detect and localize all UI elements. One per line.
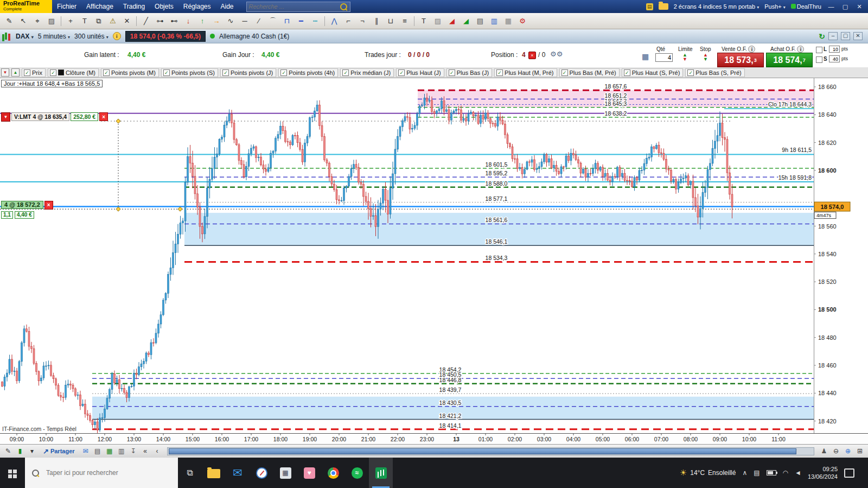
segment-icon[interactable]: ⊶ xyxy=(154,15,167,28)
chart-style-icon[interactable]: ▮ xyxy=(14,446,26,457)
rectangle-zone-icon[interactable]: ⊔ xyxy=(384,15,397,28)
indicator-toggle-plus-bas-s-pr-[interactable]: ✓Plus Bas (S, Pré) xyxy=(685,68,744,77)
taskbar-search[interactable] xyxy=(25,458,178,488)
polyline-up-icon[interactable]: ⌐ xyxy=(342,15,355,28)
grid-small-icon[interactable]: ▦ xyxy=(502,15,515,28)
buy-info-icon[interactable]: i xyxy=(797,46,804,53)
qty-input[interactable] xyxy=(655,53,673,62)
chrome-icon[interactable] xyxy=(321,458,345,488)
oblique-line-icon[interactable]: ∕ xyxy=(252,15,265,28)
position-settings-gear-icon[interactable]: ⚙⚙ xyxy=(550,50,563,58)
indicator-toggle-plus-haut-j-[interactable]: ✓Plus Haut (J) xyxy=(396,68,444,77)
taskbar-search-input[interactable] xyxy=(45,468,174,477)
hatch-zone-icon[interactable]: ▨ xyxy=(431,15,444,28)
ray-icon[interactable]: ⊷ xyxy=(168,15,181,28)
menu-affichage[interactable]: Affichage xyxy=(81,0,118,13)
apps-icon[interactable]: ▤ xyxy=(646,3,653,10)
price-down-arrow-icon[interactable]: ▼ xyxy=(1,68,9,77)
menu-fichier[interactable]: Fichier xyxy=(52,0,81,13)
buy-zone-icon[interactable]: ◢ xyxy=(459,15,473,28)
indicator-toggle-plus-haut-m-pr-[interactable]: ✓Plus Haut (M, Pré) xyxy=(494,68,557,77)
tray-chevron-icon[interactable]: ∧ xyxy=(742,469,747,477)
arrow-down-icon[interactable]: ↓ xyxy=(182,15,195,28)
drawing-mode-icon[interactable]: ✎ xyxy=(2,446,14,457)
chart-style-dropdown-icon[interactable]: ▾ xyxy=(26,446,38,457)
text-tool-icon[interactable]: T xyxy=(78,15,91,28)
units-selector[interactable]: 300 unités ▾ xyxy=(74,33,108,40)
rows-icon[interactable]: ▤ xyxy=(474,15,487,28)
start-button[interactable] xyxy=(0,458,25,488)
indicator-toggle-points-pivots-j-[interactable]: ✓Points pivots (J) xyxy=(220,68,276,77)
taskbar-clock[interactable]: 09:25 13/06/2024 xyxy=(808,465,838,480)
arc-icon[interactable]: ⌒ xyxy=(266,15,279,28)
chart-canvas[interactable]: 18 657,618 651,218 647,318 645,318 638,2… xyxy=(0,78,868,444)
zoom-out-icon[interactable]: ⊖ xyxy=(830,446,842,457)
notification-center-icon[interactable] xyxy=(844,468,854,478)
browser-icon[interactable] xyxy=(250,458,273,488)
indicator-toggle-cl-ture-m-[interactable]: ✓Clôture (M) xyxy=(48,68,99,77)
channel-icon[interactable]: ∥ xyxy=(370,15,383,28)
qty-calculator-icon[interactable]: ▦ xyxy=(642,52,649,61)
stop-order-icon[interactable]: ▲▼ xyxy=(703,53,708,61)
dealthru-button[interactable]: DealThru xyxy=(791,3,821,10)
folder-icon[interactable] xyxy=(202,458,226,488)
move-tool-icon[interactable]: + xyxy=(64,15,77,28)
trading-settings-gear-icon[interactable]: ⚙ xyxy=(516,15,529,28)
weather-widget[interactable]: ☀ 14°C Ensoleillé xyxy=(680,468,736,478)
close-icon[interactable]: ✕ xyxy=(855,3,864,10)
horizontal-scrollbar[interactable] xyxy=(167,447,814,455)
alert-bell-icon[interactable]: ⚠ xyxy=(106,15,119,28)
scrollbar-thumb[interactable] xyxy=(169,448,797,454)
duplicate-icon[interactable]: ⧉ xyxy=(92,15,105,28)
panel-maximize-icon[interactable]: ▢ xyxy=(841,32,850,40)
realtime-sync-icon[interactable]: ↻ xyxy=(819,32,825,41)
photos-icon[interactable]: ♥ xyxy=(297,458,321,488)
chart-type-icon[interactable] xyxy=(5,33,7,40)
arrow-up-icon[interactable]: ↑ xyxy=(196,15,209,28)
delete-icon[interactable]: ✕ xyxy=(120,15,133,28)
person-icon[interactable]: ♟ xyxy=(818,446,830,457)
zoom-in-icon[interactable]: ⊕ xyxy=(842,446,854,457)
search-input[interactable] xyxy=(247,3,337,10)
indicator-toggle-plus-haut-s-pr-[interactable]: ✓Plus Haut (S, Pré) xyxy=(622,68,684,77)
grid-icon[interactable]: ▥ xyxy=(116,446,127,457)
prorealtime-icon[interactable] xyxy=(369,458,393,488)
horizontal-line-icon[interactable]: ─ xyxy=(238,15,251,28)
stop-s-checkbox[interactable] xyxy=(816,56,822,63)
scroll-first-icon[interactable]: « xyxy=(139,446,151,457)
short-line-icon[interactable]: ━ xyxy=(295,15,308,28)
dashed-line-icon[interactable]: ┅ xyxy=(309,15,322,28)
eraser-icon[interactable]: ▨ xyxy=(45,15,58,28)
panel-minimize-icon[interactable]: – xyxy=(828,32,838,40)
limit-order-icon[interactable]: ▲▼ xyxy=(682,53,687,61)
task-view-icon[interactable]: ⧉ xyxy=(178,458,202,488)
mail-icon[interactable]: ✉ xyxy=(226,458,250,488)
notes-icon[interactable]: ▤ xyxy=(92,446,104,457)
time-axis[interactable]: 09:0010:0011:0012:0013:0014:0015:0016:00… xyxy=(0,433,868,444)
polyline-down-icon[interactable]: ¬ xyxy=(356,15,369,28)
indicator-toggle-points-pivots-m-[interactable]: ✓Points pivots (M) xyxy=(101,68,159,77)
calendar-icon[interactable]: ⊞ xyxy=(854,446,866,457)
indicator-toggle-points-pivots-s-[interactable]: ✓Points pivots (S) xyxy=(161,68,218,77)
close-position-tag-icon[interactable]: × xyxy=(44,201,53,210)
calculator-icon[interactable]: ▦ xyxy=(273,458,297,488)
volume-icon[interactable]: ◄ xyxy=(795,469,801,477)
rows-blue-icon[interactable]: ▥ xyxy=(488,15,501,28)
workspace-selector[interactable]: 2 écrans 4 indices 5 mn portab ▾ xyxy=(674,3,760,10)
price-axis[interactable]: 18 66018 64018 62018 60018 56018 54018 5… xyxy=(814,78,868,444)
indicator-toggle-plus-bas-j-[interactable]: ✓Plus Bas (J) xyxy=(446,68,492,77)
indicator-toggle-prix-m-dian-j-[interactable]: ✓Prix médian (J) xyxy=(340,68,394,77)
table-icon[interactable]: ▦ xyxy=(104,446,116,457)
scroll-prev-icon[interactable]: ‹ xyxy=(151,446,163,457)
push-button[interactable]: Push+ ▾ xyxy=(764,3,786,10)
pattern-icon[interactable]: ⋀ xyxy=(328,15,341,28)
trend-line-icon[interactable]: ╱ xyxy=(139,15,152,28)
indicator-toggle-points-pivots-4h-[interactable]: ✓Points pivots (4h) xyxy=(278,68,338,77)
sell-zone-icon[interactable]: ◢ xyxy=(445,15,458,28)
indicator-toggle-plus-bas-m-pr-[interactable]: ✓Plus Bas (M, Pré) xyxy=(559,68,620,77)
spotify-icon[interactable]: ≈ xyxy=(345,458,369,488)
levels-icon[interactable]: ≡ xyxy=(398,15,411,28)
step-line-icon[interactable]: ⊓ xyxy=(280,15,293,28)
cancel-order-icon[interactable]: × xyxy=(99,112,108,121)
price-up-arrow-icon[interactable]: ▲ xyxy=(11,68,20,77)
